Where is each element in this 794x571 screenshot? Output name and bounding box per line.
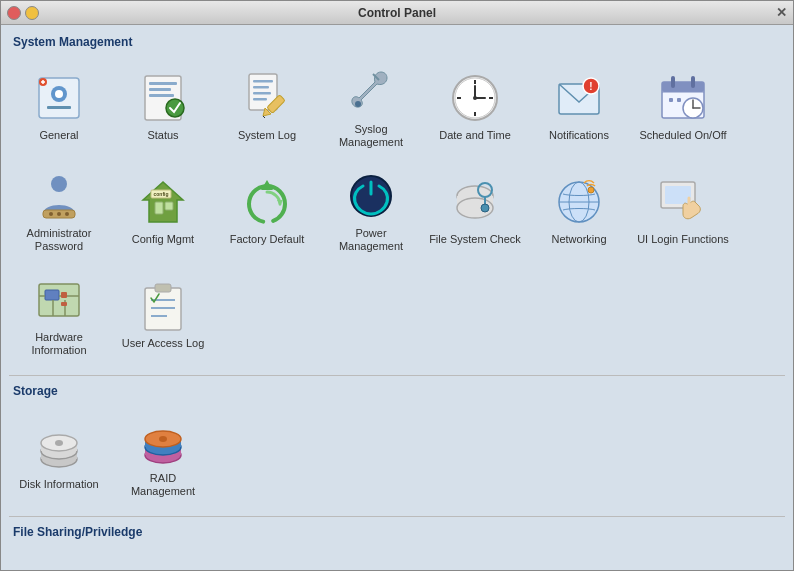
networking-icon	[552, 175, 606, 229]
disk-info-label: Disk Information	[19, 478, 98, 491]
notifications-icon: !	[552, 71, 606, 125]
svg-rect-13	[253, 92, 271, 95]
section-title-system: System Management	[9, 35, 785, 49]
networking-label: Networking	[551, 233, 606, 246]
hardware-info-icon	[32, 273, 86, 327]
status-label: Status	[147, 129, 178, 142]
svg-point-28	[473, 96, 477, 100]
sidebar-item-config[interactable]: config Config Mgmt	[113, 161, 213, 261]
sidebar-item-general[interactable]: General	[9, 57, 109, 157]
sidebar-item-ui-login[interactable]: UI Login Functions	[633, 161, 733, 261]
scheduled-icon	[656, 71, 710, 125]
status-icon	[136, 71, 190, 125]
system-log-icon	[240, 71, 294, 125]
sidebar-item-user-log[interactable]: User Access Log	[113, 265, 213, 365]
svg-rect-50	[155, 202, 163, 214]
raid-icon	[136, 414, 190, 468]
scroll-area[interactable]: System Management General	[1, 25, 793, 570]
close-button[interactable]	[7, 6, 21, 20]
storage-grid: Disk Information	[9, 406, 785, 506]
sidebar-item-scheduled[interactable]: Scheduled On/Off	[633, 57, 733, 157]
svg-rect-40	[669, 98, 673, 102]
ui-login-label: UI Login Functions	[637, 233, 729, 246]
system-management-grid: General Status	[9, 57, 785, 365]
svg-rect-11	[253, 80, 273, 83]
sidebar-item-system-log[interactable]: System Log	[217, 57, 317, 157]
sidebar-item-syslog[interactable]: Syslog Management	[321, 57, 421, 157]
content-area: System Management General	[1, 25, 793, 570]
svg-point-45	[57, 212, 61, 216]
control-panel-window: Control Panel ✕ System Management	[0, 0, 794, 571]
hardware-info-label: Hardware Information	[13, 331, 105, 357]
svg-rect-36	[691, 76, 695, 88]
title-bar: Control Panel ✕	[1, 1, 793, 25]
config-label: Config Mgmt	[132, 233, 194, 246]
svg-text:!: !	[589, 81, 592, 92]
svg-point-2	[55, 90, 63, 98]
svg-rect-33	[662, 82, 704, 92]
svg-point-46	[65, 212, 69, 216]
sidebar-item-status[interactable]: Status	[113, 57, 213, 157]
general-label: General	[39, 129, 78, 142]
user-log-label: User Access Log	[122, 337, 205, 350]
svg-point-60	[481, 204, 489, 212]
svg-rect-66	[665, 186, 691, 204]
syslog-label: Syslog Management	[325, 123, 417, 149]
svg-point-9	[166, 99, 184, 117]
svg-rect-6	[149, 82, 177, 85]
sidebar-item-power[interactable]: Power Management	[321, 161, 421, 261]
admin-password-label: Administrator Password	[13, 227, 105, 253]
scheduled-label: Scheduled On/Off	[639, 129, 726, 142]
svg-line-17	[263, 116, 265, 118]
power-icon	[344, 169, 398, 223]
sidebar-item-notifications[interactable]: ! Notifications	[529, 57, 629, 157]
window-title: Control Panel	[358, 6, 436, 20]
svg-marker-53	[277, 200, 283, 206]
sidebar-item-admin-password[interactable]: Administrator Password	[9, 161, 109, 261]
notifications-label: Notifications	[549, 129, 609, 142]
divider-filesharing	[9, 516, 785, 517]
svg-rect-8	[149, 94, 174, 97]
svg-point-18	[355, 101, 361, 107]
svg-rect-14	[253, 98, 267, 101]
factory-icon	[240, 175, 294, 229]
svg-rect-69	[45, 290, 59, 300]
filesys-icon	[448, 175, 502, 229]
window-controls	[7, 6, 39, 20]
power-label: Power Management	[325, 227, 417, 253]
svg-point-42	[51, 176, 67, 192]
svg-rect-70	[61, 292, 67, 298]
svg-point-44	[49, 212, 53, 216]
user-log-icon	[136, 279, 190, 333]
sidebar-item-disk-info[interactable]: Disk Information	[9, 406, 109, 506]
svg-rect-35	[671, 76, 675, 88]
sidebar-item-networking[interactable]: Networking	[529, 161, 629, 261]
section-title-filesharing: File Sharing/Priviledge	[9, 525, 785, 539]
ui-login-icon	[656, 175, 710, 229]
section-title-storage: Storage	[9, 384, 785, 398]
syslog-icon	[344, 65, 398, 119]
system-log-label: System Log	[238, 129, 296, 142]
svg-rect-3	[47, 106, 71, 109]
config-icon: config	[136, 175, 190, 229]
sidebar-item-raid[interactable]: RAID Management	[113, 406, 213, 506]
svg-rect-79	[155, 284, 171, 292]
filesharing-spacer	[9, 547, 785, 570]
svg-rect-71	[61, 302, 67, 306]
date-time-label: Date and Time	[439, 129, 511, 142]
admin-password-icon	[32, 169, 86, 223]
sidebar-item-factory[interactable]: Factory Default	[217, 161, 317, 261]
sidebar-item-filesys[interactable]: File System Check	[425, 161, 525, 261]
general-icon	[32, 71, 86, 125]
sidebar-item-hardware-info[interactable]: Hardware Information	[9, 265, 109, 365]
filesys-label: File System Check	[429, 233, 521, 246]
sidebar-item-date-time[interactable]: Date and Time	[425, 57, 525, 157]
svg-point-94	[159, 436, 167, 442]
factory-label: Factory Default	[230, 233, 305, 246]
divider-storage	[9, 375, 785, 376]
svg-text:config: config	[154, 191, 169, 197]
svg-rect-41	[677, 98, 681, 102]
close-icon[interactable]: ✕	[776, 5, 787, 20]
minimize-button[interactable]	[25, 6, 39, 20]
svg-rect-51	[165, 202, 173, 210]
